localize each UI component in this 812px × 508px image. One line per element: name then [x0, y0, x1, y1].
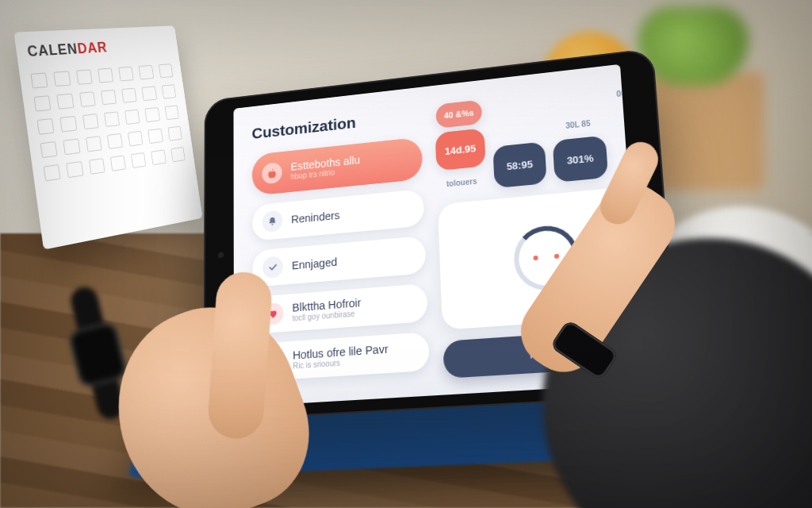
- metric-chip-1[interactable]: 40 &%s: [435, 99, 482, 128]
- menu-item-label: Reninders: [291, 209, 339, 225]
- apple-icon: [262, 162, 282, 184]
- calendar-grid: [30, 64, 185, 181]
- check-icon: [262, 256, 283, 279]
- page-title: Customization: [252, 106, 422, 143]
- menu-item-behavior[interactable]: Blkttha Hofroir tocll goy ounbirase: [253, 283, 428, 334]
- menu-item-eating-habits[interactable]: Estteboths allu hbop trs nltrio: [252, 137, 423, 195]
- calendar-label: CALENDAR: [26, 40, 108, 60]
- metric-chip-6: 00. lis: [610, 82, 642, 104]
- metric-chip-4: 30L 85: [561, 114, 596, 136]
- metric-chip-2[interactable]: 14d.95: [435, 128, 486, 171]
- menu-item-engaged[interactable]: Ennjaged: [252, 236, 426, 287]
- front-camera: [218, 252, 224, 258]
- metric-chip-3[interactable]: 58:95: [492, 141, 546, 188]
- metric-chip-row: 40 &%s 14d.95 tolouers 58:95 30L 85 301%…: [434, 82, 642, 194]
- metric-chip-5[interactable]: 301%: [553, 135, 608, 183]
- bell-icon: [262, 210, 283, 233]
- metric-chip-sub: tolouers: [445, 171, 478, 193]
- menu-item-label: Ennjaged: [292, 256, 337, 271]
- desk-calendar: CALENDAR: [13, 25, 202, 249]
- menu-item-reminders[interactable]: Reninders: [252, 189, 424, 241]
